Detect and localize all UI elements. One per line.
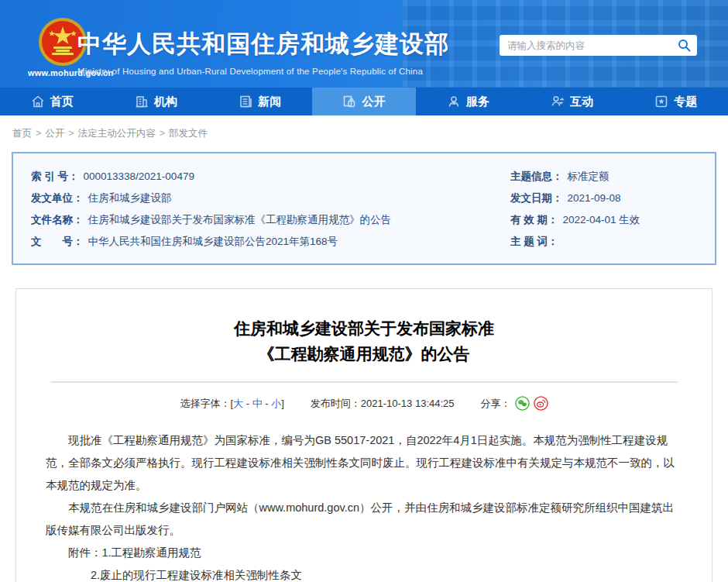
search-button[interactable] bbox=[678, 39, 691, 52]
search-box[interactable] bbox=[500, 35, 697, 56]
meta-value: 2022-04-01 生效 bbox=[563, 209, 640, 231]
nav-label: 专题 bbox=[674, 95, 697, 109]
meta-label: 主题信息： bbox=[510, 166, 563, 188]
interaction-icon bbox=[551, 95, 565, 108]
meta-issue-date: 发文日期： 2021-09-08 bbox=[510, 188, 715, 209]
weibo-share-button[interactable] bbox=[534, 396, 548, 411]
font-size-label: 选择字体： bbox=[180, 397, 230, 411]
home-icon bbox=[31, 95, 45, 108]
nav-label: 互动 bbox=[570, 95, 593, 109]
meta-label: 主 题 词： bbox=[510, 231, 558, 253]
breadcrumb-statutory[interactable]: 法定主动公开内容 bbox=[78, 128, 156, 139]
breadcrumb-separator: > bbox=[36, 128, 41, 139]
wechat-icon bbox=[515, 396, 530, 411]
attachment-line-1: 附件：1.工程勘察通用规范 bbox=[46, 542, 682, 564]
main-nav: 首页 机构 新闻 公开 服务 互动 专题 bbox=[0, 88, 728, 115]
share-label: 分享： bbox=[481, 397, 511, 411]
breadcrumb: 首页>公开>法定主动公开内容>部发文件 bbox=[0, 115, 728, 150]
search-icon bbox=[678, 39, 691, 52]
meta-label: 发文单位： bbox=[31, 188, 84, 209]
meta-value: 中华人民共和国住房和城乡建设部公告2021年第168号 bbox=[88, 231, 338, 253]
title-divider bbox=[50, 381, 678, 383]
meta-subject-info: 主题信息： 标准定额 bbox=[510, 166, 715, 188]
nav-label: 服务 bbox=[466, 95, 489, 109]
weibo-icon bbox=[534, 396, 548, 411]
meta-file-name: 文件名称： 住房和城乡建设部关于发布国家标准《工程勘察通用规范》的公告 bbox=[31, 209, 493, 231]
site-header: www.mohurd.gov.cn 中华人民共和国住房和城乡建设部 Minist… bbox=[0, 0, 728, 88]
font-size-small-link[interactable]: 小 bbox=[271, 397, 281, 411]
meta-label: 有 效 期： bbox=[510, 209, 558, 231]
document-meta-box: 索 引 号： 000013338/2021-00479 发文单位： 住房和城乡建… bbox=[12, 152, 716, 265]
meta-value: 000013338/2021-00479 bbox=[84, 166, 194, 188]
meta-value: 住房和城乡建设部关于发布国家标准《工程勘察通用规范》的公告 bbox=[88, 209, 392, 231]
meta-effective-date: 有 效 期： 2022-04-01 生效 bbox=[510, 209, 715, 231]
nav-label: 机构 bbox=[154, 95, 177, 109]
nav-item-services[interactable]: 服务 bbox=[416, 88, 520, 115]
site-subtitle: Ministry of Housing and Urban-Rural Deve… bbox=[77, 67, 449, 76]
nav-item-disclosure[interactable]: 公开 bbox=[312, 88, 416, 115]
wechat-share-button[interactable] bbox=[515, 396, 530, 411]
attachment-line-2: 2.废止的现行工程建设标准相关强制性条文 bbox=[46, 564, 682, 582]
meta-doc-number: 文 号： 中华人民共和国住房和城乡建设部公告2021年第168号 bbox=[31, 231, 493, 253]
breadcrumb-separator: > bbox=[68, 128, 74, 139]
dash: - bbox=[243, 398, 252, 409]
nav-label: 新闻 bbox=[258, 95, 281, 109]
meta-issuing-unit: 发文单位： 住房和城乡建设部 bbox=[31, 188, 493, 209]
font-size-large-link[interactable]: 大 bbox=[233, 397, 243, 411]
services-icon bbox=[447, 95, 461, 108]
nav-item-home[interactable]: 首页 bbox=[0, 88, 104, 115]
site-title: 中华人民共和国住房和城乡建设部 bbox=[77, 28, 449, 60]
dash: - bbox=[263, 398, 272, 409]
meta-index-number: 索 引 号： 000013338/2021-00479 bbox=[31, 166, 493, 188]
font-size-medium-link[interactable]: 中 bbox=[252, 397, 263, 411]
breadcrumb-home[interactable]: 首页 bbox=[12, 128, 32, 139]
search-input[interactable] bbox=[507, 40, 678, 51]
article-title-line1: 住房和城乡建设部关于发布国家标准 bbox=[16, 315, 712, 341]
nav-item-interaction[interactable]: 互动 bbox=[520, 88, 623, 115]
article-info-bar: 选择字体： [ 大 - 中 - 小 ] 发布时间： 2021-10-13 13:… bbox=[16, 396, 712, 411]
meta-keywords: 主 题 词： bbox=[510, 231, 715, 253]
nav-item-topics[interactable]: 专题 bbox=[624, 88, 728, 115]
nav-item-org[interactable]: 机构 bbox=[104, 88, 208, 115]
article-paragraph: 本规范在住房和城乡建设部门户网站（www.mohurd.gov.cn）公开，并由… bbox=[46, 497, 682, 542]
meta-label: 索 引 号： bbox=[31, 166, 79, 188]
meta-label: 文件名称： bbox=[31, 209, 84, 231]
publish-time-value: 2021-10-13 13:44:25 bbox=[361, 398, 455, 409]
disclosure-icon bbox=[342, 95, 356, 108]
breadcrumb-disclosure[interactable]: 公开 bbox=[45, 128, 64, 139]
bracket: ] bbox=[281, 398, 284, 409]
meta-value: 2021-09-08 bbox=[568, 188, 621, 209]
nav-label: 首页 bbox=[50, 95, 74, 109]
article-container: 住房和城乡建设部关于发布国家标准 《工程勘察通用规范》的公告 选择字体： [ 大… bbox=[15, 288, 713, 582]
article-title: 住房和城乡建设部关于发布国家标准 《工程勘察通用规范》的公告 bbox=[16, 315, 712, 367]
article-title-line2: 《工程勘察通用规范》的公告 bbox=[16, 341, 712, 367]
article-body: 现批准《工程勘察通用规范》为国家标准，编号为GB 55017-2021，自202… bbox=[16, 411, 712, 582]
nav-item-news[interactable]: 新闻 bbox=[208, 88, 312, 115]
meta-value: 标准定额 bbox=[568, 166, 610, 188]
publish-time-label: 发布时间： bbox=[311, 397, 361, 411]
article-paragraph: 现批准《工程勘察通用规范》为国家标准，编号为GB 55017-2021，自202… bbox=[46, 429, 682, 497]
topics-icon bbox=[654, 95, 668, 108]
meta-label: 文 号： bbox=[31, 231, 84, 253]
breadcrumb-documents[interactable]: 部发文件 bbox=[169, 128, 208, 139]
meta-label: 发文日期： bbox=[510, 188, 563, 209]
nav-label: 公开 bbox=[362, 95, 385, 109]
organization-icon bbox=[135, 95, 149, 108]
meta-value: 住房和城乡建设部 bbox=[88, 188, 172, 209]
news-icon bbox=[239, 95, 252, 108]
breadcrumb-separator: > bbox=[160, 128, 165, 139]
